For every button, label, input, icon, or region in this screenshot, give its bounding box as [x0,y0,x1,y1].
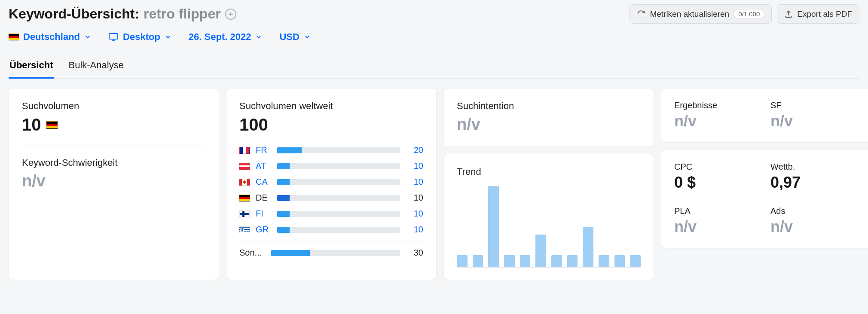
metric-results: Ergebnisse n/v [674,101,762,130]
sf-value: n/v [770,112,858,130]
svg-rect-0 [109,34,118,39]
page-title: Keyword-Übersicht: retro flipper + [9,6,236,22]
title-prefix: Keyword-Übersicht: [9,6,139,22]
desktop-icon [108,32,119,42]
card-results-sf: Ergebnisse n/v SF n/v [661,88,868,143]
country-row-ca[interactable]: CA10 [239,174,423,190]
trend-bar [583,227,593,268]
search-volume-value: 10 [22,115,206,134]
tab-bar: Übersicht Bulk-Analyse [9,55,859,79]
results-label: Ergebnisse [674,101,762,110]
volume-bar [277,179,400,185]
volume-bar [277,211,400,217]
country-row-other: Son...30 [239,245,423,261]
country-code: AT [256,161,271,171]
country-volume-value: 10 [406,209,423,219]
chevron-down-icon [165,34,171,40]
global-volume-title: Suchvolumen weltweit [239,101,423,112]
refresh-metrics-button[interactable]: Metriken aktualisieren 0/1.000 [630,4,772,24]
keyword-difficulty-value: n/v [22,172,206,190]
refresh-quota: 0/1.000 [734,9,764,19]
chevron-down-icon [255,34,262,40]
trend-bar [520,255,531,267]
trend-bar [551,255,562,267]
country-row-fi[interactable]: FI10 [239,206,423,222]
country-volume-value: 30 [406,248,423,258]
trend-bar [457,255,468,267]
card-global-volume: Suchvolumen weltweit 100 FR20AT10CA10DE1… [226,88,437,280]
pla-value: n/v [674,218,762,236]
country-row-gr[interactable]: GR10 [239,222,423,238]
card-trend: Trend [443,154,654,280]
country-volume-value: 10 [406,225,423,235]
metric-cpc: CPC 0 $ [674,162,762,192]
metric-comp: Wettb. 0,97 [770,162,858,192]
volume-bar [277,227,400,233]
search-volume-number: 10 [22,115,41,134]
comp-value: 0,97 [770,174,858,192]
device-filter[interactable]: Desktop [108,31,171,43]
country-volume-value: 10 [406,177,423,187]
tab-bulk[interactable]: Bulk-Analyse [67,55,124,78]
trend-title: Trend [457,166,641,177]
ads-value: n/v [770,218,858,236]
device-filter-label: Desktop [123,31,160,43]
card-search-volume: Suchvolumen 10 Keyword-Schwierigkeit n/v [9,88,219,280]
country-code: DE [256,193,271,203]
country-code: CA [256,177,271,187]
country-volume-value: 10 [406,161,423,171]
divider [22,146,206,146]
metric-pla: PLA n/v [674,206,762,236]
other-label: Son... [239,248,265,258]
trend-bar [567,255,578,267]
refresh-label: Metriken aktualisieren [650,9,729,19]
trend-bar [614,255,625,267]
flag-de-icon [9,34,19,40]
keyword-difficulty-title: Keyword-Schwierigkeit [22,157,206,168]
cpc-label: CPC [674,162,762,172]
country-row-fr[interactable]: FR20 [239,142,423,158]
currency-filter[interactable]: USD [279,31,310,43]
intent-value: n/v [457,115,641,134]
trend-chart [457,186,641,268]
flag-at-icon [239,163,250,170]
date-filter[interactable]: 26. Sept. 2022 [189,31,263,43]
country-row-de: DE10 [239,190,423,206]
flag-de-icon [46,121,58,129]
export-icon [784,10,793,18]
export-pdf-button[interactable]: Export als PDF [777,4,859,24]
country-code: FI [256,209,271,219]
divider [239,241,423,241]
metric-ads: Ads n/v [770,206,858,236]
flag-fr-icon [239,147,250,154]
trend-bar [535,235,546,267]
trend-bar [630,255,641,267]
country-row-at[interactable]: AT10 [239,158,423,174]
card-cpc-comp-pla-ads: CPC 0 $ Wettb. 0,97 PLA n/v Ads n/v [661,149,868,248]
comp-label: Wettb. [770,162,858,172]
sf-label: SF [770,101,858,110]
country-filter-label: Deutschland [23,31,80,43]
country-code: FR [256,145,271,155]
pla-label: PLA [674,206,762,216]
refresh-icon [637,10,645,18]
trend-bar [504,255,515,267]
date-filter-label: 26. Sept. 2022 [189,31,251,43]
card-intent: Suchintention n/v [443,88,654,147]
trend-bar [488,186,499,267]
flag-fi-icon [239,210,250,217]
chevron-down-icon [84,34,91,40]
keyword-value: retro flipper [144,6,221,22]
trend-bar [473,255,483,267]
volume-bar [277,147,400,153]
country-filter[interactable]: Deutschland [9,31,91,43]
search-volume-title: Suchvolumen [22,101,206,112]
flag-gr-icon [239,226,250,233]
country-code: GR [256,225,271,235]
tab-overview[interactable]: Übersicht [9,55,54,79]
flag-de-icon [239,195,250,201]
currency-filter-label: USD [279,31,299,43]
add-keyword-button[interactable]: + [225,9,236,20]
country-volume-value: 20 [406,145,423,155]
flag-ca-icon [239,179,250,186]
